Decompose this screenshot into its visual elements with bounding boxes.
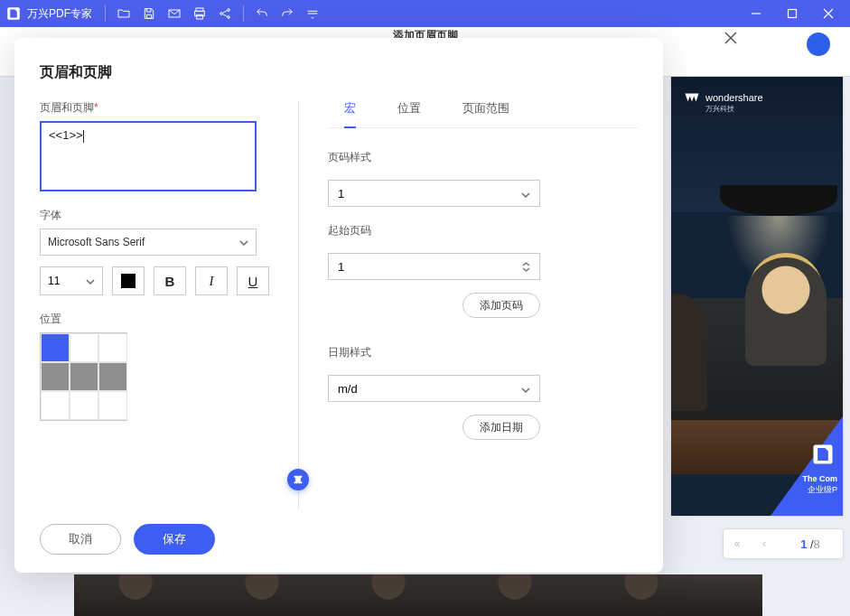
position-bottom-center[interactable] bbox=[70, 391, 98, 420]
start-page-label: 起始页码 bbox=[328, 223, 638, 238]
font-select[interactable]: Microsoft Sans Serif bbox=[40, 229, 257, 256]
svg-point-5 bbox=[220, 13, 223, 15]
preview-corner-text-1: The Com bbox=[802, 474, 837, 483]
position-mid-right[interactable] bbox=[98, 362, 127, 391]
mail-icon[interactable] bbox=[162, 1, 187, 26]
page-navigator: « ‹ 1 /8 bbox=[723, 528, 844, 559]
position-bottom-left[interactable] bbox=[41, 391, 70, 420]
page-style-select[interactable]: 1 bbox=[328, 180, 540, 207]
wondershare-sub: 万兴科技 bbox=[705, 104, 734, 114]
ribbon-close-button[interactable] bbox=[722, 29, 740, 47]
tab-macro[interactable]: 宏 bbox=[344, 100, 356, 128]
page-style-label: 页码样式 bbox=[328, 150, 638, 165]
open-icon[interactable] bbox=[111, 1, 136, 26]
content-textarea[interactable]: <<1>> bbox=[40, 121, 257, 191]
content-label: 页眉和页脚* bbox=[40, 100, 271, 116]
position-top-right[interactable] bbox=[98, 333, 127, 362]
minimize-button[interactable] bbox=[738, 0, 774, 27]
svg-point-6 bbox=[228, 9, 230, 12]
first-page-button[interactable]: « bbox=[724, 529, 751, 558]
date-style-select[interactable]: m/d bbox=[328, 375, 540, 402]
separator bbox=[105, 5, 106, 22]
cancel-button[interactable]: 取消 bbox=[40, 524, 121, 555]
save-icon[interactable] bbox=[136, 1, 162, 26]
dialog-title: 页眉和页脚 bbox=[40, 63, 638, 82]
add-date-button[interactable]: 添加日期 bbox=[462, 415, 540, 440]
left-panel: 页眉和页脚* <<1>> 字体 Microsoft Sans Serif 11 … bbox=[40, 100, 293, 509]
undo-icon[interactable] bbox=[249, 1, 275, 26]
svg-rect-4 bbox=[197, 14, 203, 19]
maximize-button[interactable] bbox=[774, 0, 810, 27]
tabs: 宏 位置 页面范围 bbox=[328, 100, 638, 128]
position-grid bbox=[40, 332, 127, 421]
preview-corner-text-2: 企业级P bbox=[808, 484, 837, 496]
title-bar: 万兴PDF专家 bbox=[0, 0, 850, 27]
header-footer-dialog: 页眉和页脚 页眉和页脚* <<1>> 字体 Microsoft Sans Ser… bbox=[14, 38, 663, 573]
svg-point-7 bbox=[228, 16, 230, 19]
position-bottom-right[interactable] bbox=[98, 391, 127, 420]
date-style-value: m/d bbox=[338, 382, 358, 396]
page-indicator: 1 /8 bbox=[778, 537, 843, 551]
start-page-value: 1 bbox=[338, 260, 344, 274]
font-color-picker[interactable] bbox=[112, 266, 145, 295]
chevron-down-icon bbox=[521, 384, 530, 393]
start-page-spinner[interactable]: 1 bbox=[328, 253, 540, 280]
underline-button[interactable]: U bbox=[237, 266, 269, 295]
add-page-number-button[interactable]: 添加页码 bbox=[462, 293, 540, 318]
italic-button[interactable]: I bbox=[195, 266, 228, 295]
font-label: 字体 bbox=[40, 208, 271, 223]
bold-button[interactable]: B bbox=[154, 266, 186, 295]
chevron-down-icon bbox=[86, 276, 95, 285]
spinner-icon bbox=[522, 262, 530, 272]
user-avatar[interactable] bbox=[807, 33, 830, 56]
app-title: 万兴PDF专家 bbox=[27, 6, 92, 22]
document-background-figures bbox=[108, 574, 723, 616]
close-button[interactable] bbox=[810, 0, 846, 27]
font-size-select[interactable]: 11 bbox=[40, 266, 103, 295]
position-mid-left[interactable] bbox=[41, 362, 70, 391]
chevron-down-icon bbox=[521, 189, 530, 198]
panel-divider bbox=[298, 100, 299, 509]
page-style-value: 1 bbox=[338, 187, 344, 201]
font-value: Microsoft Sans Serif bbox=[48, 236, 145, 248]
brand-icon bbox=[810, 442, 836, 467]
app-logo bbox=[4, 4, 23, 23]
color-swatch bbox=[121, 274, 135, 288]
tab-range[interactable]: 页面范围 bbox=[462, 100, 509, 120]
print-icon[interactable] bbox=[187, 1, 212, 26]
chevron-down-icon bbox=[239, 238, 248, 247]
position-top-left[interactable] bbox=[41, 333, 70, 362]
svg-rect-8 bbox=[789, 10, 797, 18]
share-icon[interactable] bbox=[212, 1, 238, 26]
collapse-handle[interactable] bbox=[287, 469, 309, 490]
right-panel: 宏 位置 页面范围 页码样式 1 起始页码 1 添加页码 bbox=[304, 100, 638, 509]
font-size-value: 11 bbox=[48, 275, 60, 287]
save-button[interactable]: 保存 bbox=[134, 524, 215, 555]
more-icon[interactable] bbox=[300, 1, 325, 26]
date-style-label: 日期样式 bbox=[328, 345, 638, 360]
position-label: 位置 bbox=[40, 312, 271, 327]
tab-position[interactable]: 位置 bbox=[397, 100, 421, 120]
separator bbox=[243, 5, 244, 22]
prev-page-button[interactable]: ‹ bbox=[751, 529, 778, 558]
redo-icon[interactable] bbox=[275, 1, 300, 26]
dialog-footer: 取消 保存 bbox=[40, 509, 638, 555]
page-preview: The Com 企业级P wondershare 万兴科技 bbox=[670, 76, 844, 517]
position-mid-center[interactable] bbox=[70, 362, 98, 391]
position-top-center[interactable] bbox=[70, 333, 98, 362]
